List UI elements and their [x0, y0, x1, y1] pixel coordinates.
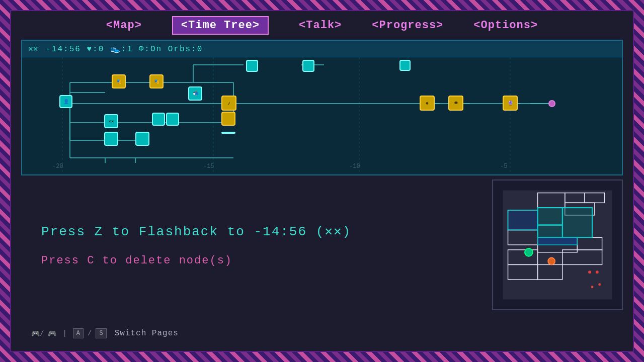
- svg-rect-50: [538, 208, 562, 225]
- footer-controls: 🎮/ 🎮 | A / S Switch Pages: [31, 328, 179, 338]
- tab-options[interactable]: <Options>: [473, 19, 538, 32]
- minimap-panel: [492, 179, 623, 310]
- footer-bar: 🎮/ 🎮 | A / S Switch Pages: [31, 328, 613, 338]
- node-origin[interactable]: 👤: [59, 95, 72, 108]
- node-lower1[interactable]: ✕✕: [104, 114, 118, 128]
- node-3[interactable]: 📬: [188, 86, 202, 101]
- svg-point-58: [596, 270, 599, 274]
- footer-separator: |: [62, 329, 66, 337]
- node-bottom1[interactable]: [104, 132, 118, 146]
- bottom-area: Press Z to Flashback to -14:56 (✕✕) Pres…: [21, 179, 623, 310]
- svg-rect-52: [562, 208, 592, 237]
- status-display: -14:56 ♥:0 👟:1 Φ:On Orbs:0: [46, 44, 203, 54]
- node-bottom3[interactable]: [221, 132, 235, 134]
- tree-canvas: -20 -15 -10 -5: [22, 57, 622, 172]
- grid-label-20: -20: [52, 163, 63, 170]
- node-right3[interactable]: 🔮: [503, 96, 518, 111]
- text-panel: Press Z to Flashback to -14:56 (✕✕) Pres…: [21, 179, 487, 310]
- node-top3[interactable]: [399, 60, 411, 71]
- key-a: A: [73, 328, 84, 338]
- node-bottom2[interactable]: [135, 132, 149, 146]
- node-top1[interactable]: [246, 60, 258, 72]
- grid-label-15: -15: [203, 163, 214, 170]
- grid-label-10: -10: [349, 163, 360, 170]
- svg-point-59: [591, 286, 593, 288]
- tab-progress[interactable]: <Progress>: [372, 19, 443, 32]
- tree-viewport: ✕✕ -14:56 ♥:0 👟:1 Φ:On Orbs:0 -20 -15 -1…: [21, 40, 623, 175]
- node-lower3[interactable]: [166, 113, 179, 126]
- node-music[interactable]: ♪: [221, 96, 236, 111]
- node-lower4[interactable]: [221, 112, 235, 126]
- svg-point-60: [598, 283, 601, 286]
- controller-icon-1: 🎮/: [31, 329, 44, 338]
- controller-icon-2: 🎮: [48, 329, 56, 338]
- svg-point-57: [588, 270, 591, 274]
- minimap-svg: [493, 180, 622, 309]
- node-right1[interactable]: ⊕: [420, 96, 435, 111]
- node-lower2[interactable]: [152, 113, 165, 126]
- node-1[interactable]: 🎭: [112, 74, 126, 88]
- time-indicator: [548, 100, 555, 107]
- node-2[interactable]: 🎭: [149, 74, 164, 88]
- node-top2[interactable]: [302, 60, 314, 72]
- main-content: <Map> <Time Tree> <Talk> <Progress> <Opt…: [10, 10, 634, 352]
- delete-instruction: Press C to delete node(s): [41, 254, 467, 267]
- tab-time-tree[interactable]: <Time Tree>: [172, 16, 269, 35]
- grid-label-5: -5: [500, 163, 507, 170]
- svg-point-55: [525, 248, 533, 256]
- node-right2[interactable]: 👁: [448, 96, 463, 111]
- svg-point-56: [548, 258, 555, 265]
- tab-map[interactable]: <Map>: [106, 19, 142, 32]
- status-bar: ✕✕ -14:56 ♥:0 👟:1 Φ:On Orbs:0: [22, 41, 622, 57]
- tab-talk[interactable]: <Talk>: [299, 19, 342, 32]
- key-s: S: [96, 328, 106, 338]
- nav-bar: <Map> <Time Tree> <Talk> <Progress> <Opt…: [11, 11, 633, 40]
- svg-rect-54: [538, 237, 578, 245]
- footer-slash: /: [88, 329, 92, 337]
- svg-rect-51: [538, 225, 562, 238]
- svg-rect-53: [508, 210, 538, 230]
- switch-pages-label: Switch Pages: [115, 329, 179, 338]
- flashback-instruction: Press Z to Flashback to -14:56 (✕✕): [41, 223, 467, 239]
- player-icon: ✕✕: [28, 44, 38, 54]
